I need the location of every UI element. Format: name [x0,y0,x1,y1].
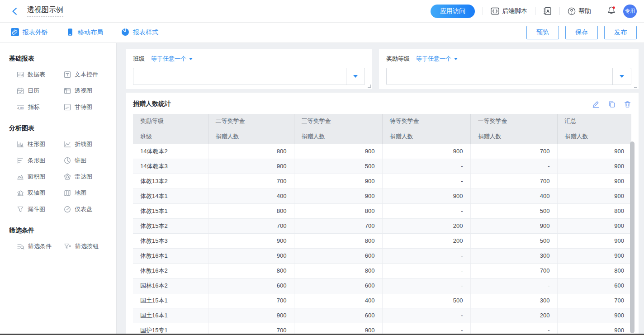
pivot-column-header[interactable]: 三等奖学金 [294,114,382,129]
divider [599,7,599,15]
sidebar-item-dual-axis-chart[interactable]: 双轴图 [17,189,64,197]
back-icon[interactable] [11,7,20,16]
sidebar-item-filter-condition[interactable]: 筛选条件 [17,242,64,250]
sidebar-item-pivot[interactable]: 透视图 [64,87,116,95]
cell-value: 600 [294,248,382,263]
pivot-row-dimension-header[interactable]: 班级 [133,129,208,144]
sidebar-item-map[interactable]: 地图 [64,189,116,197]
column-chart-icon [17,141,24,148]
row-class-name: 体教16本1 [133,248,208,263]
trash-icon-button[interactable] [624,100,631,108]
sidebar-item-filter-button[interactable]: 筛选按钮 [64,242,116,250]
line-chart-icon [64,141,71,148]
cell-value: 900 [557,323,631,335]
pivot-widget: 捐赠人数统计 奖励等级二等奖学 [126,93,639,335]
copy-button[interactable] [608,100,616,108]
cell-value: 200 [382,218,470,233]
cell-value: - [382,308,470,323]
filter-value-select[interactable] [133,68,365,85]
help-button[interactable]: 帮助 [568,7,591,15]
cell-value: 400 [294,293,382,308]
text-control-icon [64,71,71,78]
pivot-column-header[interactable]: 汇总 [557,114,631,129]
contacts-icon [543,7,552,15]
filter-operator-dropdown[interactable]: 等于任意一个 [416,55,458,63]
row-class-name: 14体教本3 [133,159,208,174]
publish-button[interactable]: 发布 [604,26,637,39]
backend-script-button[interactable]: 后端脚本 [491,7,527,15]
indicator-icon: 4,80 [17,104,24,111]
cell-value: 700 [557,293,631,308]
sidebar-item-calendar[interactable]: 日历 [17,87,64,95]
row-class-name: 体教15本2 [133,218,208,233]
gauge-icon [64,206,71,213]
cell-value: 900 [557,144,631,159]
sidebar-item-radar-chart[interactable]: 雷达图 [64,173,116,181]
cell-value: 900 [557,233,631,248]
sidebar-item-data-table[interactable]: 数据表 [17,71,64,79]
filter-button-icon [64,243,71,250]
vertical-scrollbar[interactable] [630,142,635,333]
select-caret-zone[interactable] [612,68,631,85]
pivot-column-header[interactable]: 二等奖学金 [208,114,294,129]
page-title[interactable]: 透视图示例 [27,5,63,17]
chevron-down-icon [353,75,358,78]
contacts-button[interactable] [543,7,552,15]
cell-value: - [382,159,470,174]
pivot-column-header[interactable]: 一等奖学金 [470,114,557,129]
sidebar-item-gauge[interactable]: 仪表盘 [64,205,116,213]
pivot-title: 捐赠人数统计 [133,100,171,108]
filter-value-select[interactable] [386,68,631,85]
toolbar-link-report-style[interactable]: 报表样式 [121,28,158,38]
resize-handle[interactable] [368,85,371,88]
filter-operator-dropdown[interactable]: 等于任意一个 [151,55,193,63]
table-row: 体教15本3900800200500900 [133,233,631,248]
sidebar-item-label: 柱形图 [28,140,45,148]
app-access-button[interactable]: 应用访问 [431,5,475,18]
pivot-column-header[interactable]: 特等奖学金 [382,114,470,129]
cell-value: - [382,323,470,335]
toolbar-link-report-external-link[interactable]: 报表外链 [11,28,48,38]
sidebar-item-text-control[interactable]: 文本控件 [64,71,116,79]
sidebar-item-gantt[interactable]: 甘特图 [64,103,116,111]
pivot-measure-header: 捐赠人数 [382,129,470,144]
pivot-corner-header: 奖励等级 [133,114,208,129]
sidebar-item-label: 日历 [28,87,39,95]
divider [535,7,535,15]
cell-value: 700 [208,323,294,335]
sidebar-item-label: 双轴图 [28,189,45,197]
cell-value: 900 [208,233,294,248]
sidebar-item-label: 透视图 [75,87,92,95]
table-row: 体教14本1400900900400900 [133,189,631,203]
sidebar-group: 基础报表数据表文本控件日历透视图4,80指标甘特图 [9,55,116,111]
sidebar-item-label: 地图 [75,189,86,197]
sidebar-item-funnel-chart[interactable]: 漏斗图 [17,205,64,213]
sidebar-item-pie-chart[interactable]: 饼图 [64,156,116,165]
sidebar-item-indicator[interactable]: 4,80指标 [17,103,64,111]
avatar[interactable]: 专用 [623,5,637,18]
sidebar-item-bar-chart[interactable]: 条形图 [17,156,64,165]
pivot-measure-header: 捐赠人数 [557,129,631,144]
row-class-name: 体教14本1 [133,189,208,203]
toolbar-link-mobile-layout[interactable]: 移动布局 [66,28,103,38]
sidebar-item-area-chart[interactable]: 面积图 [17,173,64,181]
row-class-name: 体教13本2 [133,174,208,189]
sidebar-item-label: 仪表盘 [75,205,92,213]
preview-button[interactable]: 预览 [526,26,559,39]
cell-value: 900 [294,144,382,159]
row-class-name: 国土15本1 [133,293,208,308]
sidebar-item-line-chart[interactable]: 折线图 [64,140,116,148]
toolbar-links: 报表外链移动布局报表样式 [11,28,158,38]
notification-button[interactable] [607,6,616,17]
row-class-name: 14体教本2 [133,144,208,159]
edit-button[interactable] [592,100,600,108]
toolbar-link-label: 报表外链 [23,28,48,37]
resize-handle[interactable] [634,85,637,88]
cell-value: 800 [294,233,382,248]
select-caret-zone[interactable] [346,68,365,85]
sidebar-item-column-chart[interactable]: 柱形图 [17,140,64,148]
pivot-measure-header: 捐赠人数 [208,129,294,144]
save-button[interactable]: 保存 [565,26,598,39]
cell-value: 500 [470,233,557,248]
pivot-icon [64,87,71,94]
